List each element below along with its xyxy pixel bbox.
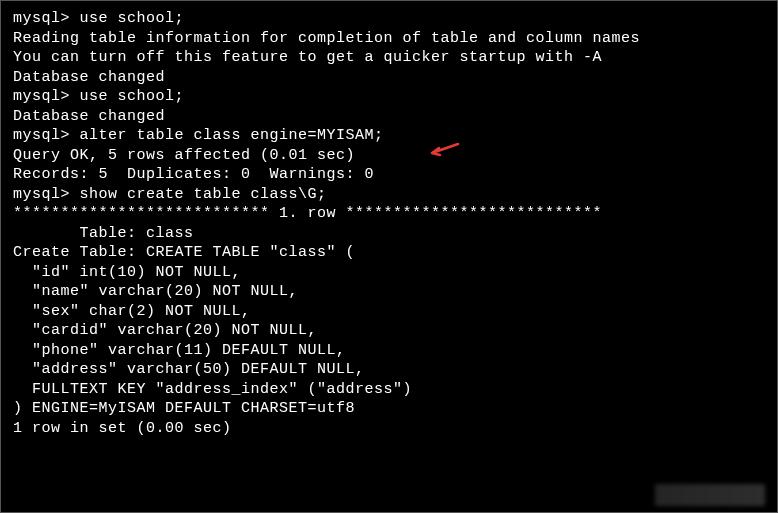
terminal-line: Records: 5 Duplicates: 0 Warnings: 0 — [13, 165, 765, 185]
terminal-line: Table: class — [13, 224, 765, 244]
terminal-line: "sex" char(2) NOT NULL, — [13, 302, 765, 322]
terminal-line: mysql> use school; — [13, 87, 765, 107]
terminal-line: "address" varchar(50) DEFAULT NULL, — [13, 360, 765, 380]
terminal-line: "id" int(10) NOT NULL, — [13, 263, 765, 283]
terminal-line: Database changed — [13, 68, 765, 88]
terminal-line: mysql> alter table class engine=MYISAM; — [13, 126, 765, 146]
terminal-line: Create Table: CREATE TABLE "class" ( — [13, 243, 765, 263]
terminal-line: 1 row in set (0.00 sec) — [13, 419, 765, 439]
terminal-line: mysql> use school; — [13, 9, 765, 29]
terminal-output: mysql> use school; Reading table informa… — [13, 9, 765, 438]
terminal-line: *************************** 1. row *****… — [13, 204, 765, 224]
watermark — [655, 484, 765, 506]
terminal-line: FULLTEXT KEY "address_index" ("address") — [13, 380, 765, 400]
terminal-line: "phone" varchar(11) DEFAULT NULL, — [13, 341, 765, 361]
terminal-line: Query OK, 5 rows affected (0.01 sec) — [13, 146, 765, 166]
terminal-line: mysql> show create table class\G; — [13, 185, 765, 205]
terminal-line: Database changed — [13, 107, 765, 127]
terminal-line: Reading table information for completion… — [13, 29, 765, 49]
terminal-line: ) ENGINE=MyISAM DEFAULT CHARSET=utf8 — [13, 399, 765, 419]
terminal-line: You can turn off this feature to get a q… — [13, 48, 765, 68]
terminal-line: "name" varchar(20) NOT NULL, — [13, 282, 765, 302]
terminal-line: "cardid" varchar(20) NOT NULL, — [13, 321, 765, 341]
